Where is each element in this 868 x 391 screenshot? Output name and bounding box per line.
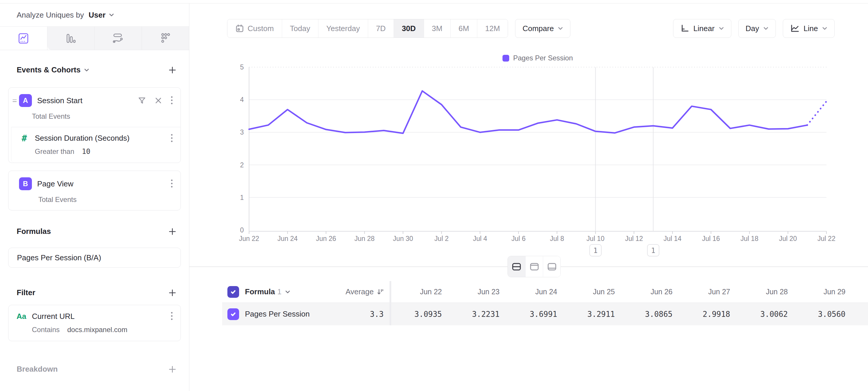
kebab-menu-icon[interactable] xyxy=(170,312,173,321)
chart-only-view-icon xyxy=(530,262,539,271)
tab-insights-line-chart[interactable] xyxy=(0,27,48,50)
date-column-header: Jun 28 xyxy=(737,281,795,303)
event-title[interactable]: Session Start xyxy=(37,96,138,105)
table-only-view-icon xyxy=(547,262,557,271)
chart-only-view-button[interactable] xyxy=(525,256,543,277)
svg-text:Jul 4: Jul 4 xyxy=(473,235,487,243)
view-toggle-group xyxy=(507,256,561,277)
chevron-down-icon xyxy=(108,13,115,17)
event-aggregation[interactable]: Total Events xyxy=(8,109,181,127)
query-builder-sidebar: Analyze Uniques by User xyxy=(0,3,189,391)
event-title[interactable]: Page View xyxy=(37,179,170,189)
add-filter-button[interactable] xyxy=(168,288,177,297)
kebab-menu-icon[interactable] xyxy=(170,134,173,143)
analyze-uniques-control[interactable]: Analyze Uniques by User xyxy=(0,3,189,27)
tab-retention-dots[interactable] xyxy=(142,27,189,50)
insights-report-page: Analyze Uniques by User xyxy=(0,0,868,391)
flow-chart-icon xyxy=(113,33,124,44)
event-card-session-start: A Session Start Total Events # Session D… xyxy=(8,87,181,163)
row-label[interactable]: Pages Per Session xyxy=(245,309,310,318)
svg-text:3: 3 xyxy=(240,129,244,136)
formula-card[interactable]: Pages Per Session (B/A) xyxy=(8,248,181,268)
date-column-header: Jun 22 xyxy=(391,281,449,303)
filter-property-title[interactable]: Current URL xyxy=(32,312,170,321)
property-title[interactable]: Session Duration (Seconds) xyxy=(35,134,170,143)
numeric-property-icon: # xyxy=(18,133,31,143)
events-cohorts-title[interactable]: Events & Cohorts xyxy=(17,65,89,75)
line-chart-icon xyxy=(18,33,29,44)
svg-text:5: 5 xyxy=(240,63,244,71)
svg-text:Jul 6: Jul 6 xyxy=(511,235,526,243)
tab-bar-chart[interactable] xyxy=(48,27,95,50)
chevron-down-icon xyxy=(84,68,89,72)
formula-column-header[interactable]: Formula 1 xyxy=(245,287,290,296)
drag-handle-icon[interactable] xyxy=(12,98,18,103)
series-line[interactable] xyxy=(249,91,807,133)
row-date-value: 3.0865 xyxy=(622,303,680,325)
table-header-row: Formula 1 Average Jun 22Jun 23Jun 24Jun … xyxy=(222,281,868,303)
date-column-header: Jun 25 xyxy=(564,281,622,303)
row-checkbox[interactable] xyxy=(227,308,239,320)
dots-grid-icon xyxy=(161,33,170,44)
svg-text:Jul 18: Jul 18 xyxy=(740,235,758,243)
table-row: Pages Per Session3.33.09353.22313.69913.… xyxy=(222,303,868,325)
chevron-down-icon xyxy=(285,290,290,294)
date-column-header: Jun 24 xyxy=(506,281,564,303)
filter-title: Filter xyxy=(17,288,35,297)
split-view-button[interactable] xyxy=(508,256,525,277)
row-date-value: 3.0062 xyxy=(737,303,795,325)
row-average-value: 3.3 xyxy=(328,303,390,325)
line-chart: 01234511Jun 22Jun 24Jun 26Jun 28Jun 30Ju… xyxy=(189,3,868,272)
filter-card-current-url: Aa Current URL Contains docs.mixpanel.co… xyxy=(8,305,181,341)
property-value[interactable]: 10 xyxy=(82,147,90,156)
split-view-icon xyxy=(512,262,521,271)
svg-text:Jun 22: Jun 22 xyxy=(239,235,259,243)
formulas-title: Formulas xyxy=(17,227,51,236)
series-line-projected xyxy=(807,102,827,125)
property-filter-card: # Session Duration (Seconds) Greater tha… xyxy=(11,127,181,163)
filter-operator[interactable]: Contains xyxy=(32,326,60,334)
kebab-menu-icon[interactable] xyxy=(170,179,173,189)
svg-text:Jul 16: Jul 16 xyxy=(702,235,720,243)
row-date-value: 3.6991 xyxy=(506,303,564,325)
add-formula-button[interactable] xyxy=(168,227,177,236)
analyze-label: Analyze Uniques by xyxy=(17,10,84,20)
chart-type-tabbar xyxy=(0,27,189,50)
svg-text:Jun 28: Jun 28 xyxy=(354,235,375,243)
row-date-value: 3.2911 xyxy=(564,303,622,325)
svg-text:4: 4 xyxy=(240,96,244,104)
add-event-button[interactable] xyxy=(168,66,177,75)
add-breakdown-button[interactable] xyxy=(168,365,177,374)
table-only-view-button[interactable] xyxy=(543,256,560,277)
event-card-page-view: B Page View Total Events xyxy=(8,171,181,211)
row-date-value: 2.9918 xyxy=(680,303,737,325)
kebab-menu-icon[interactable] xyxy=(170,96,173,105)
filter-icon[interactable] xyxy=(138,96,146,105)
svg-text:1: 1 xyxy=(651,247,655,255)
close-icon[interactable] xyxy=(155,97,162,104)
svg-text:Jun 30: Jun 30 xyxy=(393,235,413,243)
svg-text:Jul 14: Jul 14 xyxy=(663,235,682,243)
event-aggregation[interactable]: Total Events xyxy=(8,193,181,210)
svg-text:1: 1 xyxy=(593,247,597,255)
tab-flow-chart[interactable] xyxy=(95,27,142,50)
event-letter-badge: A xyxy=(19,94,32,107)
analyze-value[interactable]: User xyxy=(89,10,106,20)
average-column-header[interactable]: Average xyxy=(328,281,390,303)
svg-text:Jul 10: Jul 10 xyxy=(586,235,604,243)
filter-header: Filter xyxy=(8,288,181,297)
svg-text:0: 0 xyxy=(240,226,244,234)
svg-text:Jul 8: Jul 8 xyxy=(550,235,564,243)
date-column-header: Jun 27 xyxy=(680,281,737,303)
events-cohorts-header: Events & Cohorts xyxy=(8,65,181,75)
filter-value[interactable]: docs.mixpanel.com xyxy=(67,326,127,334)
svg-text:Jun 26: Jun 26 xyxy=(316,235,336,243)
svg-text:Jul 22: Jul 22 xyxy=(817,235,835,243)
results-table: Formula 1 Average Jun 22Jun 23Jun 24Jun … xyxy=(222,281,868,325)
event-letter-badge: B xyxy=(19,177,32,190)
report-main-area: CustomTodayYesterday7D30D3M6M12M Compare… xyxy=(189,3,868,391)
row-date-value: 3.0935 xyxy=(391,303,449,325)
select-all-checkbox[interactable] xyxy=(227,286,239,298)
string-property-icon: Aa xyxy=(15,312,28,321)
property-operator[interactable]: Greater than xyxy=(35,147,74,156)
